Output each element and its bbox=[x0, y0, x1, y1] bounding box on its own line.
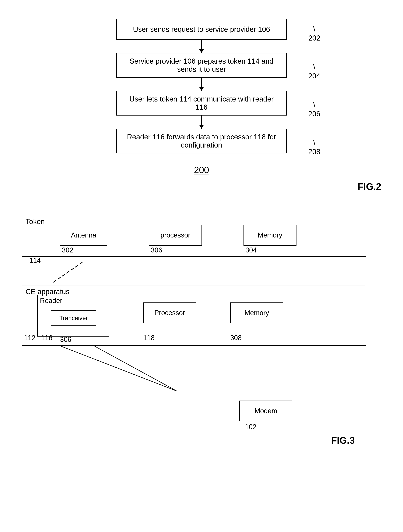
ce-ref-112: 112 bbox=[24, 334, 35, 342]
fig3-container: Token Antenna 302 processor 306 Memory bbox=[22, 207, 381, 456]
fig2-container: User sends request to service provider 1… bbox=[22, 11, 381, 192]
antenna-ref: 302 bbox=[62, 246, 73, 254]
token-memory-wrapper: Memory 304 bbox=[243, 225, 297, 246]
ce-processor-box: Processor bbox=[143, 303, 196, 323]
step-204-wrapper: Service provider 106 prepares token 114 … bbox=[116, 53, 287, 78]
step-208-label: \ 208 bbox=[308, 139, 320, 156]
tranceiver-ref: 306 bbox=[60, 336, 71, 343]
step-206-wrapper: User lets token 114 communicate with rea… bbox=[116, 91, 287, 115]
token-label: Token bbox=[25, 218, 45, 226]
ce-memory-ref: 308 bbox=[230, 334, 242, 342]
step-202-box: User sends request to service provider 1… bbox=[116, 19, 287, 40]
step-202-wrapper: User sends request to service provider 1… bbox=[116, 19, 287, 40]
lines-to-modem bbox=[22, 346, 366, 395]
fig3-label: FIG.3 bbox=[331, 435, 355, 446]
step-204-text: Service provider 106 prepares token 114 … bbox=[122, 57, 281, 74]
step-208-wrapper: Reader 116 forwards data to processor 11… bbox=[116, 129, 287, 153]
ce-ref-116: 116 bbox=[41, 334, 52, 342]
token-processor-wrapper: processor 306 bbox=[149, 225, 202, 246]
ce-box: CE apparatus Reader Tranceiver Processor… bbox=[22, 285, 366, 346]
tranceiver-box: Tranceiver bbox=[51, 310, 96, 326]
svg-line-2 bbox=[94, 346, 177, 391]
connector-svg bbox=[22, 346, 366, 395]
antenna-box: Antenna bbox=[60, 225, 107, 246]
token-internals: Antenna 302 processor 306 Memory 304 bbox=[60, 225, 297, 246]
ce-memory-box: Memory bbox=[230, 303, 283, 323]
step-206-text: User lets token 114 communicate with rea… bbox=[122, 95, 281, 111]
ce-processor-ref: 118 bbox=[143, 334, 155, 342]
step-204-label: \ 204 bbox=[308, 63, 320, 80]
arrow-1 bbox=[201, 40, 202, 53]
modem-area: Modem 102 bbox=[94, 400, 403, 421]
step-206-label: \ 206 bbox=[308, 101, 320, 118]
fig2-number: 200 bbox=[22, 165, 381, 175]
ce-processor-wrapper: Processor bbox=[143, 303, 196, 323]
step-202-text: User sends request to service provider 1… bbox=[133, 25, 270, 33]
token-box: Token Antenna 302 processor 306 Memory bbox=[22, 215, 366, 257]
step-206-box: User lets token 114 communicate with rea… bbox=[116, 91, 287, 115]
step-208-box: Reader 116 forwards data to processor 11… bbox=[116, 129, 287, 153]
modem-box: Modem bbox=[239, 400, 292, 421]
token-ref-wrapper: 114 bbox=[25, 257, 381, 260]
arrow-3 bbox=[201, 115, 202, 129]
ce-label: CE apparatus bbox=[25, 288, 69, 296]
arrow-2 bbox=[201, 78, 202, 91]
antenna-wrapper: Antenna 302 bbox=[60, 225, 107, 246]
flowchart: User sends request to service provider 1… bbox=[22, 11, 381, 161]
fig2-label: FIG.2 bbox=[358, 181, 381, 192]
token-processor-ref: 306 bbox=[151, 246, 162, 254]
reader-box: Reader Tranceiver bbox=[37, 295, 109, 336]
step-202-label: \ 202 bbox=[308, 25, 320, 42]
svg-line-1 bbox=[60, 346, 177, 391]
modem-wrapper: Modem 102 bbox=[239, 400, 292, 421]
dashed-svg bbox=[37, 260, 150, 285]
fig3-label-wrapper: FIG.3 bbox=[22, 429, 366, 448]
token-processor-box: processor bbox=[149, 225, 202, 246]
dashed-area bbox=[22, 260, 366, 285]
svg-line-0 bbox=[52, 262, 82, 283]
reader-label: Reader bbox=[40, 297, 62, 305]
step-208-text: Reader 116 forwards data to processor 11… bbox=[122, 133, 281, 149]
ce-memory-wrapper: Memory bbox=[230, 303, 283, 323]
token-memory-ref: 304 bbox=[245, 246, 257, 254]
step-204-box: Service provider 106 prepares token 114 … bbox=[116, 53, 287, 78]
token-memory-box: Memory bbox=[243, 225, 297, 246]
